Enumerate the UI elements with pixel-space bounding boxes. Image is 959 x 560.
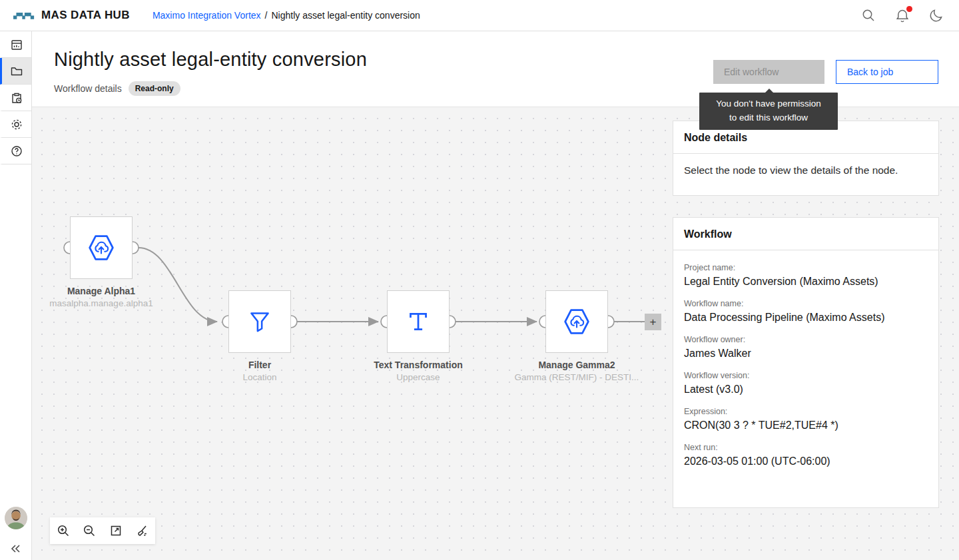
zoom-in-icon	[57, 524, 70, 537]
sidebar-item-help[interactable]	[0, 138, 31, 164]
sidebar-item-dashboard[interactable]	[0, 31, 31, 58]
breadcrumb-separator: /	[265, 10, 268, 21]
add-node-button[interactable]: +	[645, 314, 661, 330]
workflow-card: Workflow Project name: Legal Entity Conv…	[673, 217, 939, 508]
back-to-job-button[interactable]: Back to job	[836, 60, 938, 84]
theme-toggle-button[interactable]	[928, 7, 944, 23]
field-expression: Expression: CRON(30 3 ? * TUE#2,TUE#4 *)	[684, 407, 928, 431]
title-bar: Nightly asset legal-entity conversion Wo…	[32, 31, 959, 107]
zoom-out-icon	[83, 524, 96, 537]
node-label-manage-alpha1: Manage Alpha1 masalpha.manage.alpha1	[32, 286, 174, 308]
text-transform-icon	[404, 308, 432, 336]
sidebar-item-projects[interactable]	[0, 58, 31, 85]
cleanup-layout-button[interactable]	[131, 520, 153, 541]
breadcrumb-current: Nightly asset legal-entity conversion	[271, 10, 420, 21]
workflow-card-title: Workflow	[684, 228, 732, 240]
node-manage-gamma2[interactable]	[545, 290, 608, 353]
sidebar-item-schedule[interactable]	[0, 85, 31, 111]
node-manage-alpha1[interactable]	[70, 216, 133, 279]
help-icon	[10, 144, 23, 158]
node-details-title: Node details	[684, 132, 747, 143]
canvas-toolbar	[50, 517, 155, 544]
edit-workflow-button[interactable]: Edit workflow	[713, 60, 824, 84]
fit-to-screen-icon	[109, 524, 123, 537]
search-icon	[861, 8, 876, 23]
subtitle-row: Workflow details Read-only	[54, 81, 180, 96]
search-button[interactable]	[860, 7, 876, 23]
schedule-icon	[10, 91, 23, 105]
breadcrumb: Maximo Integration Vortex / Nightly asse…	[153, 10, 420, 21]
permission-tooltip: You don't have permission to edit this w…	[699, 93, 838, 130]
node-details-body: Select the node to view the details of t…	[684, 164, 898, 176]
page-title: Nightly asset legal-entity conversion	[54, 49, 367, 71]
collapse-icon	[11, 544, 21, 553]
dashboard-icon	[10, 38, 23, 51]
field-project-name: Project name: Legal Entity Conversion (M…	[684, 263, 928, 288]
brand-title: MAS DATA HUB	[41, 9, 130, 22]
sidebar-bottom	[0, 507, 31, 553]
node-filter[interactable]	[228, 290, 291, 353]
read-only-badge: Read-only	[129, 81, 180, 96]
node-label-filter: Filter Location	[186, 360, 333, 382]
hexagon-cloud-upload-icon	[87, 234, 115, 262]
breadcrumb-parent-link[interactable]: Maximo Integration Vortex	[153, 10, 261, 21]
app-root: MAS DATA HUB Maximo Integration Vortex /…	[0, 0, 959, 560]
tooltip-line-1: You don't have permission	[706, 97, 831, 111]
fit-to-screen-button[interactable]	[105, 520, 127, 541]
workflow-card-header: Workflow	[673, 218, 938, 250]
field-workflow-owner: Workflow owner: James Walker	[684, 335, 928, 360]
node-label-text-transformation: Text Transformation Uppercase	[345, 360, 491, 382]
node-label-manage-gamma2: Manage Gamma2 Gamma (REST/MIF) - DESTI..…	[503, 360, 650, 382]
field-next-run: Next run: 2026-03-05 01:00 (UTC-06:00)	[684, 443, 928, 467]
gear-icon	[10, 118, 23, 131]
workflow-canvas[interactable]: Manage Alpha1 masalpha.manage.alpha1 Fil…	[32, 107, 959, 560]
node-text-transformation[interactable]	[387, 290, 450, 353]
sidebar-item-settings[interactable]	[0, 111, 31, 138]
notifications-button[interactable]	[894, 7, 910, 23]
notification-dot	[906, 6, 912, 12]
edge-alpha-filter	[139, 248, 217, 322]
left-sidebar	[0, 31, 32, 560]
folder-icon	[10, 65, 23, 78]
mas-logo-icon	[13, 9, 35, 21]
moon-icon	[929, 8, 944, 23]
field-workflow-version: Workflow version: Latest (v3.0)	[684, 371, 928, 396]
node-details-card: Node details Select the node to view the…	[673, 121, 939, 196]
user-avatar[interactable]	[5, 507, 27, 529]
zoom-out-button[interactable]	[79, 520, 100, 541]
subtitle-text: Workflow details	[54, 83, 122, 94]
filter-funnel-icon	[246, 308, 274, 336]
cleanup-icon	[135, 524, 149, 537]
top-header: MAS DATA HUB Maximo Integration Vortex /…	[0, 0, 959, 31]
field-workflow-name: Workflow name: Data Processing Pipeline …	[684, 299, 928, 324]
hexagon-cloud-upload-icon	[563, 308, 591, 336]
zoom-in-button[interactable]	[53, 520, 74, 541]
header-actions	[860, 7, 944, 23]
tooltip-line-2: to edit this workflow	[706, 111, 831, 125]
collapse-sidebar-button[interactable]	[11, 544, 21, 553]
